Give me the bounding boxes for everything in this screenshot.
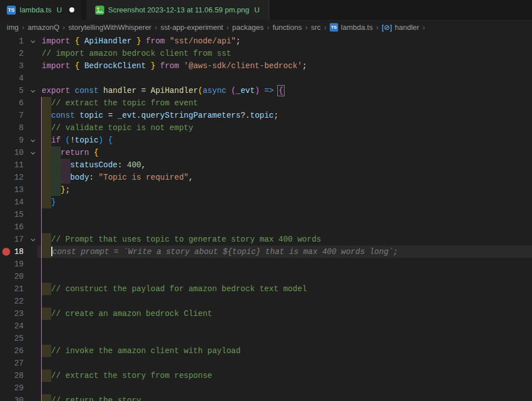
line-number[interactable]: 19: [0, 258, 24, 270]
code-line-10[interactable]: 10 return {: [0, 146, 532, 159]
code-line-13[interactable]: 13 };: [0, 184, 532, 196]
line-number[interactable]: 14: [0, 196, 24, 208]
code-text: const topic = _evt.queryStringParameters…: [42, 109, 278, 122]
syntax-token: import: [42, 37, 75, 46]
code-line-26[interactable]: 26 // invoke the amazon client with payl…: [0, 345, 532, 357]
chevron-down-fold-icon[interactable]: [28, 146, 37, 159]
line-number[interactable]: 4: [0, 72, 24, 84]
code-line-19[interactable]: 19: [0, 258, 532, 270]
line-number[interactable]: 6: [0, 97, 24, 109]
code-editor[interactable]: 1import { ApiHandler } from "sst/node/ap…: [0, 35, 532, 401]
syntax-token: _evt: [117, 111, 136, 120]
line-number[interactable]: 16: [0, 221, 24, 233]
code-line-17[interactable]: 17 // Prompt that uses topic to generate…: [0, 233, 532, 246]
code-line-29[interactable]: 29: [0, 382, 532, 394]
breadcrumb-label: packages: [232, 23, 264, 32]
line-number[interactable]: 8: [0, 122, 24, 134]
tab-lambda-ts[interactable]: TS lambda.ts U: [0, 0, 81, 20]
chevron-down-fold-icon[interactable]: [28, 233, 37, 246]
line-number[interactable]: 7: [0, 109, 24, 122]
code-line-27[interactable]: 27: [0, 357, 532, 369]
code-line-1[interactable]: 1import { ApiHandler } from "sst/node/ap…: [0, 35, 532, 47]
line-number[interactable]: 17: [0, 233, 24, 246]
code-line-22[interactable]: 22: [0, 295, 532, 308]
code-line-8[interactable]: 8 // validate topic is not empty: [0, 122, 532, 134]
code-line-11[interactable]: 11 statusCode: 400,: [0, 159, 532, 171]
code-line-15[interactable]: 15: [0, 208, 532, 221]
breadcrumb-item-lambda-ts[interactable]: TSlambda.ts: [330, 23, 373, 32]
syntax-token: [42, 173, 70, 182]
line-number[interactable]: 27: [0, 357, 24, 369]
syntax-token: // validate topic is not empty: [42, 123, 193, 132]
line-number[interactable]: 20: [0, 270, 24, 283]
line-number[interactable]: 12: [0, 171, 24, 184]
line-number[interactable]: 5: [0, 84, 24, 97]
git-untracked-badge: U: [254, 6, 259, 14]
code-line-12[interactable]: 12 body: "Topic is required",: [0, 171, 532, 184]
code-line-25[interactable]: 25: [0, 332, 532, 345]
code-line-9[interactable]: 9 if (!topic) {: [0, 134, 532, 146]
syntax-token: }: [61, 185, 65, 194]
syntax-token: }: [136, 37, 146, 46]
line-number[interactable]: 25: [0, 332, 24, 345]
line-number[interactable]: 9: [0, 134, 24, 146]
syntax-token: "sst/node/api": [170, 37, 236, 46]
code-line-21[interactable]: 21 // construct the payload for amazon b…: [0, 283, 532, 295]
line-number[interactable]: 18: [0, 246, 24, 258]
line-number[interactable]: 15: [0, 208, 24, 221]
breadcrumb-item-sst-app-experiment[interactable]: sst-app-experiment: [161, 23, 223, 32]
line-number[interactable]: 30: [0, 394, 24, 401]
code-line-16[interactable]: 16: [0, 221, 532, 233]
code-text: // invoke the amazon client with payload: [42, 345, 241, 357]
code-line-4[interactable]: 4: [0, 72, 532, 84]
code-text: if (!topic) {: [42, 134, 113, 146]
code-text: // construct the payload for amazon bedr…: [42, 283, 307, 295]
code-line-18[interactable]: 18 const prompt = `Write a story about $…: [0, 246, 532, 258]
breadcrumb-label: sst-app-experiment: [161, 23, 223, 32]
syntax-token: ApiHandler: [85, 37, 136, 46]
breadcrumb-item-packages[interactable]: packages: [232, 23, 264, 32]
typescript-file-icon: TS: [7, 6, 16, 15]
code-line-6[interactable]: 6 // extract the topic from event: [0, 97, 532, 109]
chevron-down-fold-icon[interactable]: [28, 35, 37, 47]
breadcrumb-item-storytellingwithwhisperer[interactable]: storytellingWithWhisperer: [68, 23, 151, 32]
tab-screenshot-png[interactable]: Screenshot 2023-12-13 at 11.06.59 pm.png…: [86, 0, 269, 20]
chevron-down-fold-icon[interactable]: [28, 134, 37, 146]
breadcrumb-item-img[interactable]: img: [7, 23, 19, 32]
code-line-28[interactable]: 28 // extract the story from response: [0, 369, 532, 382]
code-line-7[interactable]: 7 const topic = _evt.queryStringParamete…: [0, 109, 532, 122]
code-text: // extract the story from response: [42, 369, 212, 382]
code-line-14[interactable]: 14 }: [0, 196, 532, 208]
line-number[interactable]: 22: [0, 295, 24, 308]
modified-dot-icon[interactable]: [69, 7, 74, 12]
line-number[interactable]: 2: [0, 47, 24, 60]
line-number[interactable]: 1: [0, 35, 24, 47]
line-number[interactable]: 3: [0, 60, 24, 72]
line-number[interactable]: 26: [0, 345, 24, 357]
breadcrumb-item-amazonq[interactable]: amazonQ: [28, 23, 59, 32]
code-line-3[interactable]: 3import { BedrockClient } from '@aws-sdk…: [0, 60, 532, 72]
code-line-20[interactable]: 20: [0, 270, 532, 283]
code-line-24[interactable]: 24: [0, 320, 532, 332]
line-number[interactable]: 11: [0, 159, 24, 171]
line-number[interactable]: 21: [0, 283, 24, 295]
line-number[interactable]: 10: [0, 146, 24, 159]
breadcrumb-item-handler[interactable]: [⊘]handler: [382, 23, 419, 32]
chevron-down-fold-icon[interactable]: [28, 84, 37, 97]
syntax-token: // extract the topic from event: [42, 99, 198, 108]
line-number[interactable]: 13: [0, 184, 24, 196]
line-number[interactable]: 29: [0, 382, 24, 394]
syntax-token: statusCode: [70, 161, 117, 170]
code-line-23[interactable]: 23 // create an amazon bedrock Client: [0, 308, 532, 320]
code-line-5[interactable]: 5export const handler = ApiHandler(async…: [0, 84, 532, 97]
breadcrumb-item-src[interactable]: src: [311, 23, 321, 32]
breadcrumb-item-functions[interactable]: functions: [273, 23, 302, 32]
syntax-token: ;: [302, 61, 307, 70]
line-number[interactable]: 24: [0, 320, 24, 332]
syntax-token: body: [70, 173, 89, 182]
code-line-30[interactable]: 30 // return the story: [0, 394, 532, 401]
line-number[interactable]: 28: [0, 369, 24, 382]
syntax-token: {: [75, 37, 85, 46]
code-line-2[interactable]: 2// import amazon bedrock client from ss…: [0, 47, 532, 60]
line-number[interactable]: 23: [0, 308, 24, 320]
